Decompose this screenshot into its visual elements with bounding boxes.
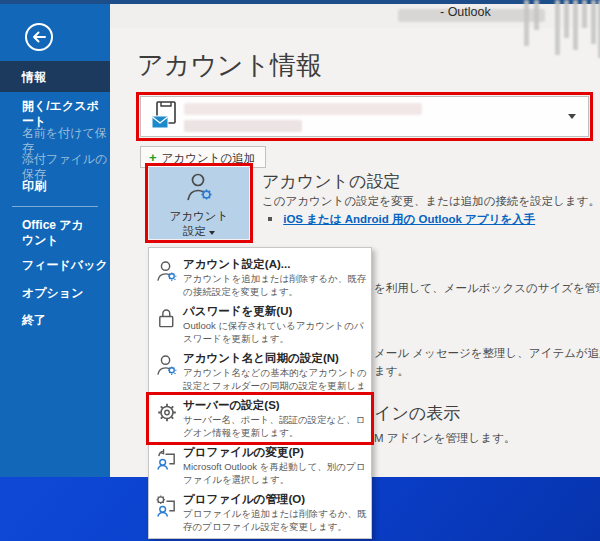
person-gear-icon — [155, 351, 183, 395]
account-settings-dropdown-menu: アカウント設定(A)... アカウントを追加または削除するか、既存の接続設定を変… — [148, 247, 372, 539]
sidebar-item-save-attachments[interactable]: 添付ファイルの保存 — [0, 152, 110, 182]
mailbox-icon — [149, 100, 179, 138]
gear-icon — [155, 398, 183, 442]
person-gear-icon — [182, 189, 216, 206]
redacted-account-type-blur — [184, 120, 302, 132]
menu-item-description: プロファイルを追加または削除するか、既存のプロファイル設定を変更します。 — [183, 507, 367, 534]
menu-item-change-profile[interactable]: プロファイルの変更(P) Microsoft Outlook を再起動して、別の… — [149, 442, 371, 489]
addins-heading-fragment: インの表示 — [374, 402, 460, 425]
sidebar-item-feedback[interactable]: フィードバック — [0, 258, 110, 273]
menu-item-manage-profiles[interactable]: プロファイルの管理(O) プロファイルを追加または削除するか、既存のプロファイル… — [149, 489, 371, 536]
back-button[interactable] — [24, 22, 54, 52]
add-account-label: アカウントの追加 — [162, 152, 256, 164]
get-outlook-app-link[interactable]: iOS または Android 用の Outlook アプリを入手 — [283, 213, 535, 225]
menu-item-account-settings[interactable]: アカウント設定(A)... アカウントを追加または削除するか、既存の接続設定を変… — [149, 254, 371, 301]
account-settings-section-heading: アカウントの設定 — [262, 170, 400, 193]
menu-item-label: サーバーの設定(S) — [183, 398, 367, 413]
menu-item-server-settings[interactable]: サーバーの設定(S) サーバー名、ポート、認証の設定など、ログオン情報を更新しま… — [149, 395, 371, 442]
menu-item-description: Outlook に保存されているアカウントのパスワードを更新します。 — [183, 319, 367, 346]
sidebar-item-office-account[interactable]: Office アカウント — [0, 218, 90, 248]
menu-item-label: パスワードを更新(U) — [183, 304, 367, 319]
menu-item-update-password[interactable]: パスワードを更新(U) Outlook に保存されているアカウントのパスワードを… — [149, 301, 371, 348]
menu-item-description: アカウント名などの基本的なアカウントの設定とフォルダーの同期の設定を更新します。 — [183, 366, 367, 395]
person-gear-icon — [155, 257, 183, 301]
window-title: - Outlook — [440, 5, 491, 19]
back-arrow-icon — [24, 22, 54, 52]
add-account-button[interactable]: +アカウントの追加 — [140, 146, 266, 168]
redacted-email-blur — [184, 103, 422, 115]
menu-item-label: アカウント名と同期の設定(N) — [183, 351, 367, 366]
chevron-down-icon — [209, 231, 215, 235]
get-outlook-app-row: iOS または Android 用の Outlook アプリを入手 — [268, 212, 535, 227]
lock-icon — [155, 304, 183, 348]
menu-item-description: Microsoft Outlook を再起動して、別のプロファイルを選択します。 — [183, 460, 367, 487]
manage-profiles-icon — [155, 492, 183, 536]
bullet-icon — [268, 217, 272, 221]
sidebar-item-open-export[interactable]: 開く/エクスポート — [0, 99, 110, 129]
page-title: アカウント情報 — [137, 48, 322, 83]
sidebar-item-exit[interactable]: 終了 — [0, 313, 110, 328]
dropdown-caret-icon — [568, 114, 576, 119]
sidebar-divider — [12, 206, 98, 207]
account-settings-section-description: このアカウントの設定を変更、または追加の接続を設定します。 — [262, 194, 600, 209]
rules-alerts-text-fragment: メール メッセージを整理し、アイテムが追加、変更、または — [374, 346, 600, 361]
mailbox-cleanup-text-fragment: を利用して、メールボックスのサイズを管理します。 — [374, 281, 600, 296]
rules-alerts-text-fragment2: ます。 — [374, 364, 409, 379]
addins-text-fragment: M アドインを管理します。 — [374, 431, 515, 446]
backstage-sidebar: 情報 開く/エクスポート 名前を付けて保存 添付ファイルの保存 印刷 Offic… — [0, 4, 110, 477]
menu-item-label: アカウント設定(A)... — [183, 257, 367, 272]
sidebar-item-info[interactable]: 情報 — [0, 61, 110, 92]
plus-icon: + — [149, 150, 157, 165]
menu-item-description: アカウントを追加または削除するか、既存の接続設定を変更します。 — [183, 272, 367, 299]
menu-item-label: プロファイルの管理(O) — [183, 492, 367, 507]
account-selector-dropdown[interactable] — [140, 96, 589, 137]
account-settings-button[interactable]: アカウント 設定 — [149, 167, 249, 239]
sidebar-item-print[interactable]: 印刷 — [0, 179, 110, 194]
menu-item-label: プロファイルの変更(P) — [183, 445, 367, 460]
menu-item-description: サーバー名、ポート、認証の設定など、ログオン情報を更新します。 — [183, 413, 367, 440]
switch-profile-icon — [155, 445, 183, 489]
sidebar-item-options[interactable]: オプション — [0, 286, 110, 301]
account-settings-button-label: アカウント 設定 — [149, 209, 249, 239]
screen: を利用して、メールボックスのサイズを管理します。 メール メッセージを整理し、ア… — [0, 0, 600, 541]
menu-item-account-name-sync[interactable]: アカウント名と同期の設定(N) アカウント名などの基本的なアカウントの設定とフォ… — [149, 348, 371, 395]
